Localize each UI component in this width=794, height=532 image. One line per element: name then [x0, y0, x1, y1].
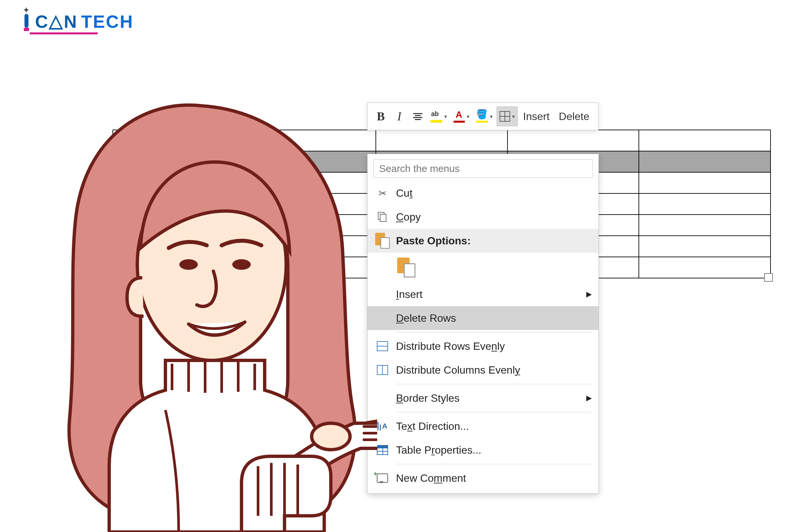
paste-icon: [373, 233, 391, 249]
svg-rect-3: [380, 214, 386, 222]
paste-option-keep-source[interactable]: [368, 253, 598, 282]
menu-item-table-properties[interactable]: Table Properties...: [368, 438, 598, 462]
distribute-rows-icon: [373, 341, 391, 351]
logo-text-tech: TECH: [81, 11, 134, 32]
align-center-icon: [413, 112, 423, 121]
menu-item-delete-rows[interactable]: Delete Rows: [368, 306, 598, 330]
menu-item-text-direction[interactable]: A Text Direction...: [368, 414, 598, 438]
bold-button[interactable]: B: [372, 107, 389, 126]
menu-item-cut[interactable]: ✂ Cut: [368, 181, 598, 205]
menu-item-copy[interactable]: Copy: [368, 205, 598, 229]
align-center-button[interactable]: [409, 107, 426, 126]
menu-item-insert[interactable]: Insert ▶: [368, 282, 598, 306]
menu-item-distribute-rows[interactable]: Distribute Rows Evenly: [368, 334, 598, 358]
insert-button[interactable]: Insert: [519, 107, 553, 126]
menu-search[interactable]: [373, 159, 592, 178]
lightbulb-icon: ✦: [20, 10, 33, 33]
submenu-arrow-icon: ▶: [586, 290, 592, 299]
chevron-down-icon: ▾: [467, 113, 469, 120]
table-row[interactable]: [113, 130, 771, 151]
logo-text-can: C△N: [35, 11, 78, 32]
chevron-down-icon: ▾: [490, 113, 493, 120]
highlight-color-button[interactable]: ab ▾: [428, 107, 449, 126]
menu-search-input[interactable]: [378, 163, 588, 175]
delete-button[interactable]: Delete: [555, 107, 593, 126]
chevron-down-icon: ▾: [512, 113, 515, 120]
logo-underline: [30, 33, 98, 34]
table-resize-handle[interactable]: [764, 273, 773, 282]
svg-point-7: [312, 423, 350, 450]
menu-item-new-comment[interactable]: + New Comment: [368, 466, 598, 490]
borders-icon: [500, 111, 510, 122]
borders-button[interactable]: ▾: [497, 107, 518, 126]
svg-rect-0: [24, 14, 29, 28]
menu-separator: [397, 384, 592, 384]
shading-button[interactable]: 🪣 ▾: [474, 107, 495, 126]
mini-toolbar: B I ab ▾ A ▾ 🪣 ▾ ▾ Insert Delete: [367, 102, 598, 130]
chevron-down-icon: ▾: [444, 113, 447, 120]
menu-separator: [397, 412, 592, 412]
svg-rect-1: [24, 28, 29, 31]
italic-button[interactable]: I: [391, 107, 408, 126]
clipboard-icon: [397, 260, 415, 276]
distribute-columns-icon: [373, 365, 391, 375]
menu-item-distribute-columns[interactable]: Distribute Columns Evenly: [368, 358, 598, 382]
font-color-icon: A: [454, 111, 465, 122]
font-color-button[interactable]: A ▾: [451, 107, 472, 126]
new-comment-icon: +: [373, 474, 391, 483]
scissors-icon: ✂: [373, 188, 391, 199]
table-properties-icon: [373, 445, 391, 455]
text-direction-icon: A: [373, 422, 391, 431]
brand-logo: ✦ C△N TECH: [20, 10, 134, 34]
paint-bucket-icon: 🪣: [476, 111, 488, 122]
menu-separator: [397, 332, 592, 332]
menu-item-border-styles[interactable]: Border Styles ▶: [368, 386, 598, 410]
menu-separator: [397, 464, 592, 464]
context-menu: ✂ Cut Copy Paste Options: Insert ▶ Delet…: [367, 154, 599, 494]
copy-icon: [373, 212, 391, 222]
highlight-icon: ab: [430, 111, 442, 121]
menu-item-paste-options: Paste Options:: [368, 229, 598, 253]
submenu-arrow-icon: ▶: [586, 394, 592, 402]
